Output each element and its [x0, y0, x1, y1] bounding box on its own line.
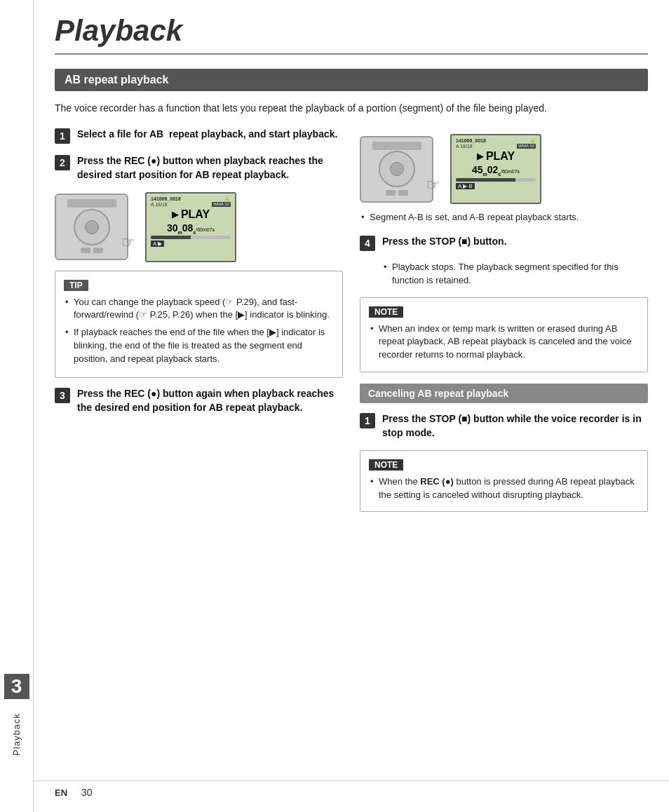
sidebar: 3 Playback	[0, 0, 34, 812]
main-content: Playback AB repeat playback The voice re…	[34, 0, 669, 812]
col-right: ☞ 141006_0018 🔋 A 18/18 WMA 32	[360, 127, 648, 520]
screen2-subrow: A 18/18 WMA 32	[456, 144, 536, 149]
segment-bullet: Segment A-B is set, and A-B repeat playb…	[360, 211, 648, 224]
tip-item-2: If playback reaches the end of the file …	[64, 326, 334, 366]
recorder-dial-2	[379, 151, 415, 187]
note-header-1: NOTE	[369, 306, 403, 318]
hand-cursor-2: ☞	[426, 176, 440, 194]
screen2-ab: A ▶ B	[456, 183, 536, 189]
screen1-counter: A 18/18	[151, 202, 168, 207]
screen1-filename: 141006_0018	[151, 196, 181, 202]
step-text-3: Press the REC (●) button again when play…	[77, 386, 343, 415]
screen2-battery: 🔋	[529, 138, 536, 144]
hand-cursor-1: ☞	[121, 234, 135, 252]
tip-header: TIP	[64, 280, 88, 291]
step1-bold: Select a file for AB repeat playback, an…	[77, 128, 337, 140]
step-1: 1 Select a file for AB repeat playback, …	[55, 127, 343, 144]
footer: EN 30	[34, 780, 669, 798]
note1-item-1: When an index or temp mark is written or…	[369, 323, 639, 363]
tip-list: You can change the playback speed (☞ P.2…	[64, 296, 334, 366]
col-left: 1 Select a file for AB repeat playback, …	[55, 127, 343, 520]
screen1-header: 141006_0018 🔋	[151, 196, 231, 202]
tip-box: TIP You can change the playback speed (☞…	[55, 271, 343, 378]
step-number-4: 4	[360, 236, 375, 251]
cancel-step1-bold: Press the STOP (■) button while the voic…	[382, 413, 642, 438]
device-screen-1: 141006_0018 🔋 A 18/18 WMA 32 ▶ PLAY 3	[145, 192, 236, 262]
screen1-battery: 🔋	[224, 196, 231, 202]
step-number-2: 2	[55, 155, 70, 170]
device-images-step2: ☞ 141006_0018 🔋 A 18/18 WMA 32	[55, 192, 343, 262]
note-box-2: NOTE When the REC (●) button is pressed …	[360, 450, 648, 513]
step-number-3: 3	[55, 388, 70, 403]
screen1-ab: A ▶	[151, 241, 231, 247]
section-header-cancel: Canceling AB repeat playback	[360, 384, 648, 403]
step-text-2: Press the REC (●) button when playback r…	[77, 154, 343, 182]
cancel-step-1: 1 Press the STOP (■) button while the vo…	[360, 412, 648, 440]
screen2-mode: ▶ PLAY	[456, 150, 536, 163]
page-container: 3 Playback Playback AB repeat playback T…	[0, 0, 669, 812]
screen2-counter: A 18/18	[456, 144, 473, 149]
cancel-step-text-1: Press the STOP (■) button while the voic…	[382, 412, 648, 440]
step-number-1: 1	[55, 128, 70, 144]
cancel-step-number-1: 1	[360, 413, 375, 428]
note2-item-1: When the REC (●) button is pressed durin…	[369, 475, 639, 502]
two-col-layout: 1 Select a file for AB repeat playback, …	[55, 127, 648, 520]
screen2-bar	[456, 178, 536, 182]
step4-bullet: Playback stops. The playback segment spe…	[382, 261, 648, 287]
chapter-label: Playback	[11, 713, 22, 756]
step-text-1: Select a file for AB repeat playback, an…	[77, 127, 337, 141]
screen1-format: WMA 32	[212, 202, 231, 207]
screen2-time: 45m02s/60m07s	[456, 164, 536, 177]
note-list-1: When an index or temp mark is written or…	[369, 323, 639, 363]
screen1-bar	[151, 236, 231, 239]
screen2-format: WMA 32	[517, 144, 536, 149]
device-recorder-img-2: ☞	[360, 136, 433, 203]
step3-bold: Press the REC (●) button again when play…	[77, 388, 334, 413]
tip-item-1: You can change the playback speed (☞ P.2…	[64, 296, 334, 323]
section-header-ab: AB repeat playback	[55, 69, 648, 91]
intro-text: The voice recorder has a function that l…	[55, 101, 648, 116]
screen2-header: 141006_0018 🔋	[456, 138, 536, 144]
note-box-1: NOTE When an index or temp mark is writt…	[360, 297, 648, 373]
footer-lang: EN	[55, 787, 67, 798]
step-2: 2 Press the REC (●) button when playback…	[55, 154, 343, 182]
device-images-step3: ☞ 141006_0018 🔋 A 18/18 WMA 32	[360, 134, 648, 204]
screen1-subrow: A 18/18 WMA 32	[151, 202, 231, 207]
page-title: Playback	[55, 0, 648, 55]
recorder-dial	[74, 209, 110, 245]
step-text-4: Press the STOP (■) button.	[382, 234, 507, 248]
footer-page: 30	[81, 787, 93, 798]
chapter-number: 3	[4, 674, 29, 699]
screen1-mode: ▶ PLAY	[151, 208, 231, 221]
device-recorder-img: ☞	[55, 194, 128, 260]
screen1-time: 30m08s/60m07s	[151, 222, 231, 235]
step2-bold: Press the REC (●) button when playback r…	[77, 155, 323, 180]
device-screen-2: 141006_0018 🔋 A 18/18 WMA 32 ▶ PLAY 4	[450, 134, 541, 204]
step-3: 3 Press the REC (●) button again when pl…	[55, 386, 343, 415]
screen2-filename: 141006_0018	[456, 138, 486, 144]
step-4: 4 Press the STOP (■) button.	[360, 234, 648, 251]
note-list-2: When the REC (●) button is pressed durin…	[369, 475, 639, 502]
step4-bold: Press the STOP (■) button.	[382, 236, 507, 247]
note-header-2: NOTE	[369, 459, 403, 471]
